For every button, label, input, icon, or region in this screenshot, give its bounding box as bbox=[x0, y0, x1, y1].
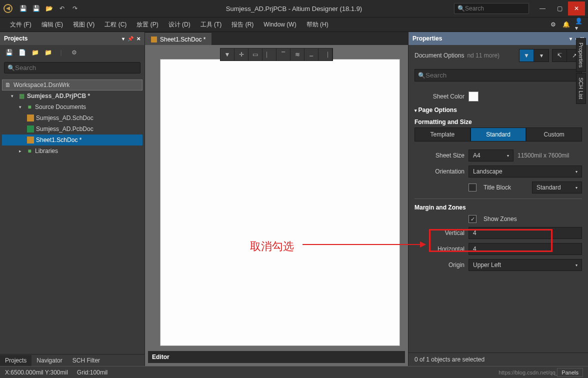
chevron-right-icon[interactable]: ▸ bbox=[19, 148, 24, 154]
properties-body: Sheet Color Page Options Formatting and … bbox=[408, 84, 588, 352]
show-zones-checkbox[interactable] bbox=[468, 215, 476, 223]
save-all-icon[interactable]: 💾 bbox=[32, 4, 40, 12]
document-tab-sheet1[interactable]: Sheet1.SchDoc * bbox=[145, 33, 212, 45]
save-project-icon[interactable]: 💾 bbox=[5, 48, 13, 56]
tab-sch-filter[interactable]: SCH Filter bbox=[68, 355, 105, 366]
projects-search-input[interactable] bbox=[15, 64, 137, 72]
sidetab-schlist[interactable]: SCH List bbox=[576, 73, 586, 104]
tree-label: Workspace1.DsnWrk bbox=[14, 82, 70, 88]
folder-icon: ■ bbox=[26, 104, 33, 110]
tree-source-documents[interactable]: ▾ ■ Source Documents bbox=[2, 102, 142, 112]
chevron-down-icon[interactable]: ▾ bbox=[19, 104, 24, 110]
tree-schdoc[interactable]: Sumjess_AD.SchDoc bbox=[2, 112, 142, 124]
sheet-size-select[interactable]: A4▾ bbox=[468, 150, 514, 162]
sheet-viewport[interactable] bbox=[148, 48, 405, 351]
user-icon[interactable]: 👤▾ bbox=[575, 20, 583, 28]
horizontal-input[interactable]: 4 bbox=[468, 243, 582, 255]
properties-search[interactable]: 🔍 bbox=[414, 69, 582, 82]
save-icon[interactable]: 💾 bbox=[19, 4, 27, 12]
schematic-sheet[interactable] bbox=[160, 59, 400, 346]
properties-search-input[interactable] bbox=[426, 72, 578, 79]
sidetab-properties[interactable]: Properties bbox=[576, 38, 586, 72]
align-bottom-icon[interactable]: ⎽ bbox=[304, 48, 318, 60]
menu-window[interactable]: Window (W) bbox=[258, 19, 301, 30]
menu-place[interactable]: 放置 (P) bbox=[132, 18, 163, 31]
tab-navigator[interactable]: Navigator bbox=[32, 355, 67, 366]
sheet-color-swatch[interactable] bbox=[468, 92, 478, 102]
status-grid: Grid:100mil bbox=[77, 369, 108, 376]
menu-edit[interactable]: 编辑 (E) bbox=[36, 18, 68, 31]
format-segmented: Template Standard Custom bbox=[414, 128, 582, 142]
filter-icon[interactable]: ▼ bbox=[519, 49, 534, 62]
align-right-icon[interactable]: ⎹ bbox=[318, 48, 332, 60]
properties-panel: Properties ▾ ▪ ✕ Document Options nd 11 … bbox=[408, 32, 588, 366]
align-top-icon[interactable]: ⎺ bbox=[276, 48, 290, 60]
global-search-input[interactable] bbox=[465, 5, 526, 12]
align-left-icon[interactable]: ⎸ bbox=[262, 48, 276, 60]
menubar-right-tools: ⚙ 🔔 👤▾ bbox=[549, 20, 583, 28]
scope-more: nd 11 more) bbox=[467, 52, 500, 59]
panel-close-icon[interactable]: ✕ bbox=[136, 36, 140, 42]
undo-icon[interactable]: ↶ bbox=[58, 4, 66, 12]
statusbar: X:6500.000mil Y:300mil Grid:100mil https… bbox=[0, 366, 588, 378]
close-button[interactable]: ✕ bbox=[568, 2, 585, 16]
titlebar: 💾 💾 📂 ↶ ↷ Sumjess_AD.PrjPCB - Altium Des… bbox=[0, 0, 588, 17]
page-options-header[interactable]: Page Options bbox=[414, 106, 582, 114]
chevron-down-icon[interactable]: ▾ bbox=[11, 94, 16, 98]
bell-icon[interactable]: 🔔 bbox=[562, 20, 570, 28]
title-block-select[interactable]: Standard▾ bbox=[532, 182, 582, 194]
gear-icon[interactable]: ⚙ bbox=[549, 20, 557, 28]
title-block-checkbox[interactable] bbox=[468, 184, 476, 192]
orientation-select[interactable]: Landscape▾ bbox=[468, 166, 582, 178]
redo-icon[interactable]: ↷ bbox=[71, 4, 79, 12]
global-search[interactable]: 🔍 bbox=[454, 3, 529, 14]
menu-tools[interactable]: 工具 (T) bbox=[196, 18, 227, 31]
pcb-icon bbox=[27, 126, 34, 132]
tree-pcbdoc[interactable]: Sumjess_AD.PcbDoc bbox=[2, 124, 142, 134]
projects-search[interactable]: 🔍 bbox=[4, 62, 140, 74]
minimize-button[interactable]: — bbox=[534, 2, 551, 16]
maximize-button[interactable]: ▢ bbox=[551, 2, 568, 16]
menu-project[interactable]: 工程 (C) bbox=[100, 18, 132, 31]
window-title: Sumjess_AD.PrjPCB - Altium Designer (18.… bbox=[226, 5, 362, 12]
tree-libraries[interactable]: ▸ ■ Libraries bbox=[2, 146, 142, 156]
menu-help[interactable]: 帮助 (H) bbox=[302, 18, 334, 31]
tree-project[interactable]: ▾ ▦ Sumjess_AD.PrjPCB * bbox=[2, 90, 142, 102]
panel-dropdown-icon[interactable]: ▾ bbox=[122, 36, 124, 42]
origin-select[interactable]: Upper Left▾ bbox=[468, 259, 582, 271]
distribute-icon[interactable]: ≋ bbox=[290, 48, 304, 60]
tree-sheet1[interactable]: Sheet1.SchDoc * bbox=[2, 134, 142, 146]
select-inside-icon[interactable]: ↸ bbox=[552, 49, 567, 62]
panel-dropdown-icon[interactable]: ▾ bbox=[570, 36, 572, 42]
folder-icon[interactable]: 📁 bbox=[31, 48, 39, 56]
open-icon[interactable]: 📂 bbox=[45, 4, 53, 12]
vertical-label: Vertical bbox=[414, 230, 464, 236]
menu-view[interactable]: 视图 (V) bbox=[68, 18, 100, 31]
formatting-header: Formatting and Size bbox=[414, 118, 582, 126]
panels-button[interactable]: Panels bbox=[557, 368, 583, 377]
seg-custom[interactable]: Custom bbox=[526, 128, 582, 142]
gear-icon[interactable]: ⚙ bbox=[70, 48, 78, 56]
editor-mode-tab[interactable]: Editor bbox=[148, 351, 405, 363]
compile-icon[interactable]: 📄 bbox=[18, 48, 26, 56]
filter-icon[interactable]: ▼ bbox=[220, 48, 234, 60]
panel-pin-icon[interactable]: 📌 bbox=[128, 36, 134, 42]
margin-header: Margin and Zones bbox=[414, 204, 582, 211]
projects-bottom-tabs: Projects Navigator SCH Filter bbox=[0, 354, 144, 366]
menu-report[interactable]: 报告 (R) bbox=[226, 18, 258, 31]
select-icon[interactable]: ▭ bbox=[248, 48, 262, 60]
move-icon[interactable]: ✛ bbox=[234, 48, 248, 60]
tree-workspace[interactable]: 🗎 Workspace1.DsnWrk bbox=[2, 80, 142, 90]
show-zones-label: Show Zones bbox=[484, 216, 517, 222]
search-icon: 🔍 bbox=[8, 64, 15, 72]
schematic-icon bbox=[151, 36, 157, 42]
menu-file[interactable]: 文件 (F) bbox=[5, 18, 36, 31]
seg-standard[interactable]: Standard bbox=[470, 128, 526, 142]
filter-dropdown-icon[interactable]: ▾ bbox=[534, 49, 549, 62]
vertical-input[interactable]: 4 bbox=[468, 227, 582, 239]
editor-toolbar: ▼ ✛ ▭ ⎸ ⎺ ≋ ⎽ ⎹ bbox=[220, 48, 333, 61]
seg-template[interactable]: Template bbox=[414, 128, 470, 142]
folder-gear-icon[interactable]: 📁 bbox=[44, 48, 52, 56]
menu-design[interactable]: 设计 (D) bbox=[164, 18, 196, 31]
tab-projects[interactable]: Projects bbox=[0, 355, 32, 366]
